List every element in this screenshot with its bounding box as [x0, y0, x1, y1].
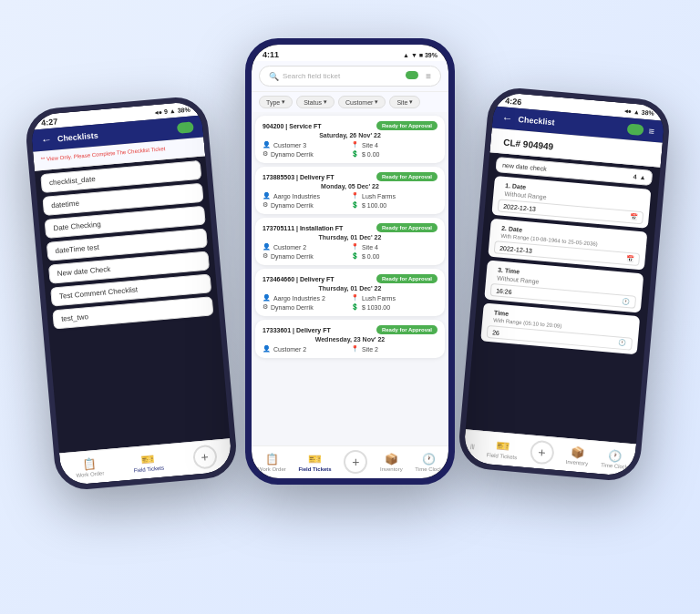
work-order-icon-c: 📋	[265, 453, 279, 466]
dollar-icon-1: 💲	[351, 201, 359, 209]
ticket-details-4: 👤Customer 2 📍Site 2	[262, 345, 438, 353]
status-bar-center: 4:11 ▲ ▼ ■ 39%	[252, 45, 448, 61]
badge-ready-1: Ready for Approval	[376, 172, 438, 181]
checklist-list: checklist_date datetime Date Checking da…	[35, 156, 230, 453]
nav-inventory-center[interactable]: 📦 Inventory	[380, 453, 403, 472]
ticket-date-2: Thursday, 01 Dec' 22	[262, 234, 438, 240]
tickets-list: 904200 | Service FT Ready for Approval S…	[252, 112, 448, 445]
title-right: Checklist	[518, 115, 622, 133]
gear-icon-0: ⚙	[262, 150, 268, 158]
person-icon-0: 👤	[262, 141, 271, 148]
ticket-details-3: 👤Aargo Industries 2 📍Lush Farms ⚙Dynamo …	[262, 294, 438, 311]
location-icon-2: 📍	[351, 243, 359, 251]
nav-inventory-label-r: Inventory	[565, 458, 588, 466]
nav-plus-center[interactable]: +	[344, 450, 367, 474]
dollar-icon-2: 💲	[351, 252, 359, 260]
phone-right: 4:26 ◂● ▲ 38% ← Checklist ≡ CL# 904949	[457, 86, 672, 483]
filter-type-label: Type	[266, 99, 280, 106]
ticket-id-2: 173705111 | Installation FT	[262, 225, 343, 231]
search-icon: 🔍	[269, 72, 279, 81]
location-icon-3: 📍	[351, 294, 359, 302]
time-right: 4:26	[505, 97, 522, 107]
filter-customer-chevron: ▾	[375, 98, 378, 106]
gear-icon-3: ⚙	[262, 303, 268, 311]
ticket-card-0[interactable]: 904200 | Service FT Ready for Approval S…	[255, 116, 445, 163]
plus-icon-left: +	[201, 449, 210, 465]
nav-field-tickets-center[interactable]: 🎫 Field Tickets	[298, 453, 331, 472]
filter-customer[interactable]: Customer ▾	[338, 96, 386, 108]
chevron-up-icon: ▲	[639, 174, 646, 181]
phones-container: 4:27 ◂● 9 ▲ 38% ← Checklists ** View Onl…	[22, 20, 678, 594]
ticket-card-1[interactable]: 173885503 | Delivery FT Ready for Approv…	[255, 167, 445, 214]
filter-row: Type ▾ Status ▾ Customer ▾ Site ▾	[252, 92, 448, 112]
work-order-icon: 📋	[82, 457, 97, 471]
nav-time-clock-label-r: Time Clock	[601, 462, 628, 470]
ticket-date-0: Saturday, 26 Nov' 22	[262, 132, 438, 138]
date-check-num: 4 ▲	[633, 173, 645, 180]
nav-time-clock-center[interactable]: 🕐 Time Clock	[415, 453, 442, 472]
header-icons-right: ≡	[626, 123, 654, 137]
signal-text-right: ◂● ▲ 38%	[623, 107, 654, 118]
filter-site-chevron: ▾	[409, 98, 413, 106]
nav-field-tickets-right[interactable]: 🎫 Field Tickets	[487, 438, 519, 460]
bottom-nav-center: 📋 Work Order 🎫 Field Tickets + 📦 Invento…	[252, 445, 448, 478]
nav-plus-left[interactable]: +	[192, 445, 218, 470]
person-icon-2: 👤	[262, 243, 271, 251]
search-placeholder: Search field ticket	[283, 72, 340, 80]
menu-icon-center[interactable]: ≡	[426, 71, 431, 81]
gear-icon-1: ⚙	[262, 201, 268, 209]
ticket-id-3: 173464660 | Delivery FT	[262, 276, 335, 282]
back-arrow-left[interactable]: ←	[40, 133, 52, 147]
nav-inventory-right[interactable]: 📦 Inventory	[565, 445, 589, 466]
ticket-date-3: Thursday, 01 Dec' 22	[262, 285, 438, 292]
filter-status-chevron: ▾	[324, 98, 327, 106]
back-arrow-right[interactable]: ←	[501, 111, 513, 125]
nav-work-order-left[interactable]: 📋 Work Order	[75, 456, 105, 478]
nav-field-tickets-left[interactable]: 🎫 Field Tickets	[132, 451, 164, 473]
ticket-date-4: Wednesday, 23 Nov' 22	[262, 336, 438, 343]
nav-time-clock-right[interactable]: 🕐 Time Clock	[601, 448, 629, 470]
filter-status-label: Status	[304, 99, 322, 106]
location-icon-4: 📍	[351, 345, 359, 353]
calendar-icon-1: 📅	[629, 213, 638, 221]
ticket-card-3[interactable]: 173464660 | Delivery FT Ready for Approv…	[255, 269, 445, 316]
badge-ready-3: Ready for Approval	[376, 274, 438, 283]
nav-field-tickets-label-r: Field Tickets	[487, 452, 518, 460]
ticket-id-4: 17333601 | Delivery FT	[262, 327, 331, 333]
signal-text-center: ▲ ▼ ■ 39%	[403, 52, 438, 58]
inventory-icon-r: 📦	[571, 445, 585, 459]
scroll-indicator: |||	[470, 444, 475, 449]
ticket-id-1: 173885503 | Delivery FT	[262, 174, 335, 180]
signal-icons-right: ◂● ▲ 38%	[623, 107, 654, 118]
ticket-details-0: 👤Customer 3 📍Site 4 ⚙Dynamo Derrik 💲$ 0.…	[262, 141, 438, 158]
filter-site-label: Site	[396, 99, 407, 106]
person-icon-4: 👤	[262, 345, 271, 353]
search-field[interactable]: 🔍 Search field ticket ≡	[259, 66, 441, 87]
phone-left: 4:27 ◂● 9 ▲ 38% ← Checklists ** View Onl…	[24, 95, 239, 492]
cloud-icon-left	[177, 121, 194, 134]
filter-type[interactable]: Type ▾	[259, 96, 293, 108]
field-tickets-icon-r: 🎫	[495, 439, 510, 453]
plus-icon-right: +	[538, 445, 547, 460]
nav-work-order-center[interactable]: 📋 Work Order	[258, 453, 286, 472]
checklist-content: new date check 4 ▲ 1. Date Without Range…	[466, 152, 661, 444]
menu-icon-right[interactable]: ≡	[648, 125, 654, 137]
header-icons-left	[177, 121, 194, 134]
ticket-card-4[interactable]: 17333601 | Delivery FT Ready for Approva…	[255, 320, 445, 358]
time-clock-icon-c: 🕐	[422, 453, 436, 466]
filter-site[interactable]: Site ▾	[389, 96, 420, 108]
dollar-icon-0: 💲	[351, 150, 359, 158]
nav-field-tickets-label: Field Tickets	[133, 465, 164, 473]
badge-ready-0: Ready for Approval	[376, 121, 438, 130]
badge-ready-4: Ready for Approval	[376, 325, 438, 334]
time-clock-icon-r: 🕐	[608, 448, 623, 462]
nav-plus-right[interactable]: +	[529, 439, 554, 465]
ticket-card-2[interactable]: 173705111 | Installation FT Ready for Ap…	[255, 218, 445, 265]
nav-work-order-label: Work Order	[76, 470, 104, 478]
cl-number: CL# 904949	[498, 134, 560, 155]
filter-status[interactable]: Status ▾	[296, 96, 335, 108]
scroll-lines: |||	[470, 444, 475, 449]
dollar-icon-3: 💲	[351, 303, 359, 311]
nav-field-tickets-label-c: Field Tickets	[298, 466, 331, 472]
search-bar: 🔍 Search field ticket ≡	[252, 61, 448, 92]
